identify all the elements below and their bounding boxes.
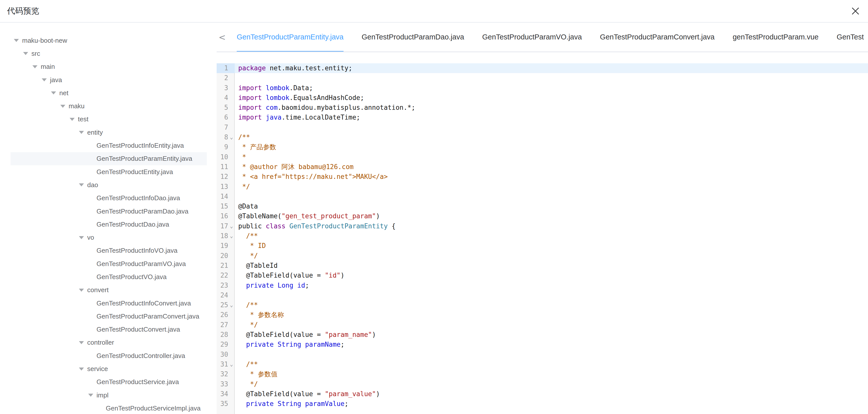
- tree-item-src[interactable]: src: [10, 47, 207, 60]
- code-text: import lombok.Data;: [235, 83, 313, 93]
- gutter-cell: 2: [217, 73, 235, 83]
- tree-item-test[interactable]: test: [10, 113, 207, 126]
- code-line: 13 */: [217, 182, 868, 192]
- tabs-scroll-left-button[interactable]: <: [217, 32, 228, 42]
- tree-item-label: src: [31, 50, 40, 58]
- tab-GenTestProductParamDao.java[interactable]: GenTestProductParamDao.java: [352, 23, 473, 52]
- code-line: 14: [217, 192, 868, 201]
- gutter-cell: 7: [217, 123, 235, 132]
- code-line: 9 * 产品参数: [217, 142, 868, 152]
- line-number: 22: [220, 270, 228, 280]
- tree-item-GenTestProductInfoDao.java[interactable]: GenTestProductInfoDao.java: [10, 192, 207, 205]
- caret-down-icon[interactable]: [79, 183, 87, 186]
- code-line: 4import lombok.EqualsAndHashCode;: [217, 93, 868, 103]
- caret-down-icon[interactable]: [23, 52, 31, 55]
- code-line: 11 * @author 阿沐 babamu@126.com: [217, 162, 868, 172]
- tree-item-java[interactable]: java: [10, 73, 207, 87]
- caret-down-icon[interactable]: [79, 368, 87, 371]
- caret-down-icon[interactable]: [70, 118, 78, 121]
- tree-item-label: main: [41, 63, 55, 71]
- code-text: */: [235, 251, 258, 261]
- tree-item-net[interactable]: net: [10, 87, 207, 99]
- tree-item-impl[interactable]: impl: [10, 389, 207, 402]
- code-text: @Data: [235, 201, 258, 211]
- gutter-cell: 29: [217, 340, 235, 349]
- tree-item-dao[interactable]: dao: [10, 178, 207, 191]
- tree-item-vo[interactable]: vo: [10, 231, 207, 244]
- tab-GenTest[interactable]: GenTest: [828, 23, 868, 52]
- tab-genTestProductParam.vue[interactable]: genTestProductParam.vue: [723, 23, 828, 52]
- tree-item-GenTestProductDao.java[interactable]: GenTestProductDao.java: [10, 218, 207, 231]
- tree-item-maku[interactable]: maku: [10, 99, 207, 113]
- gutter-cell: 13: [217, 182, 235, 192]
- tree-item-GenTestProductConvert.java[interactable]: GenTestProductConvert.java: [10, 323, 207, 336]
- gutter-cell: 10: [217, 152, 235, 162]
- code-text: * <a href="https://maku.net">MAKU</a>: [235, 172, 388, 182]
- tree-item-GenTestProductVO.java[interactable]: GenTestProductVO.java: [10, 270, 207, 283]
- tab-GenTestProductParamVO.java[interactable]: GenTestProductParamVO.java: [473, 23, 591, 52]
- tree-item-GenTestProductService.java[interactable]: GenTestProductService.java: [10, 376, 207, 389]
- line-number: 15: [220, 201, 228, 211]
- caret-down-icon[interactable]: [79, 131, 87, 134]
- code-line: 31⌄ /**: [217, 359, 868, 369]
- fold-chevron-icon[interactable]: ⌄: [228, 302, 235, 308]
- line-number: 19: [220, 241, 228, 251]
- tree-item-GenTestProductController.java[interactable]: GenTestProductController.java: [10, 349, 207, 362]
- caret-down-icon[interactable]: [79, 236, 87, 239]
- code-editor[interactable]: 1package net.maku.test.entity;23import l…: [217, 63, 868, 414]
- caret-down-icon[interactable]: [32, 65, 41, 68]
- code-text: * ID: [235, 241, 266, 251]
- gutter-cell: 11: [217, 162, 235, 172]
- tree-item-main[interactable]: main: [10, 60, 207, 73]
- tree-item-GenTestProductParamConvert.java[interactable]: GenTestProductParamConvert.java: [10, 310, 207, 323]
- close-button[interactable]: [850, 6, 861, 16]
- fold-chevron-icon[interactable]: ⌄: [228, 224, 235, 229]
- tree-item-GenTestProductServiceImpl.java[interactable]: GenTestProductServiceImpl.java: [10, 402, 207, 414]
- line-number: 26: [220, 310, 228, 320]
- caret-down-icon[interactable]: [79, 341, 87, 344]
- dialog-header: 代码预览: [0, 0, 868, 23]
- caret-down-icon[interactable]: [14, 39, 22, 42]
- code-line: 22 @TableField(value = "id"): [217, 270, 868, 280]
- gutter-cell: 14: [217, 192, 235, 201]
- code-line: 5import com.baomidou.mybatisplus.annotat…: [217, 103, 868, 113]
- tab-GenTestProductParamConvert.java[interactable]: GenTestProductParamConvert.java: [591, 23, 723, 52]
- tree-item-GenTestProductInfoConvert.java[interactable]: GenTestProductInfoConvert.java: [10, 297, 207, 310]
- caret-down-icon[interactable]: [60, 105, 69, 108]
- tree-item-label: controller: [87, 339, 114, 346]
- code-text: */: [235, 320, 258, 330]
- caret-down-icon[interactable]: [42, 78, 50, 82]
- tree-item-maku-boot-new[interactable]: maku-boot-new: [10, 34, 207, 47]
- tree-item-GenTestProductInfoEntity.java[interactable]: GenTestProductInfoEntity.java: [10, 139, 207, 152]
- line-number: 28: [220, 330, 228, 340]
- caret-down-icon[interactable]: [79, 289, 87, 292]
- fold-chevron-icon[interactable]: ⌄: [228, 135, 235, 140]
- gutter-cell: 34: [217, 389, 235, 399]
- gutter-cell: 33: [217, 379, 235, 389]
- gutter-cell: 16: [217, 211, 235, 221]
- tree-item-GenTestProductParamVO.java[interactable]: GenTestProductParamVO.java: [10, 257, 207, 270]
- tree-item-controller[interactable]: controller: [10, 336, 207, 349]
- tree-item-label: GenTestProductInfoEntity.java: [96, 142, 184, 150]
- code-text: import com.baomidou.mybatisplus.annotati…: [235, 103, 415, 113]
- tree-item-service[interactable]: service: [10, 362, 207, 375]
- tree-item-GenTestProductParamDao.java[interactable]: GenTestProductParamDao.java: [10, 205, 207, 218]
- caret-down-icon[interactable]: [88, 394, 96, 397]
- tree-item-entity[interactable]: entity: [10, 126, 207, 139]
- tab-GenTestProductParamEntity.java[interactable]: GenTestProductParamEntity.java: [228, 23, 352, 52]
- tree-item-GenTestProductEntity.java[interactable]: GenTestProductEntity.java: [10, 165, 207, 178]
- code-text: * @author 阿沐 babamu@126.com: [235, 162, 353, 172]
- caret-down-icon[interactable]: [51, 91, 59, 94]
- fold-chevron-icon[interactable]: ⌄: [228, 362, 235, 367]
- tree-item-convert[interactable]: convert: [10, 284, 207, 297]
- code-line: 8⌄/**: [217, 132, 868, 142]
- line-number: 10: [220, 152, 228, 162]
- tree-item-GenTestProductInfoVO.java[interactable]: GenTestProductInfoVO.java: [10, 244, 207, 257]
- code-line: 28 @TableField(value = "param_name"): [217, 330, 868, 340]
- code-text: package net.maku.test.entity;: [235, 63, 352, 73]
- code-text: */: [235, 379, 258, 389]
- code-line: 1package net.maku.test.entity;: [217, 63, 868, 73]
- line-number: 16: [220, 211, 228, 221]
- fold-chevron-icon[interactable]: ⌄: [228, 233, 235, 238]
- tree-item-GenTestProductParamEntity.java[interactable]: GenTestProductParamEntity.java: [10, 152, 207, 165]
